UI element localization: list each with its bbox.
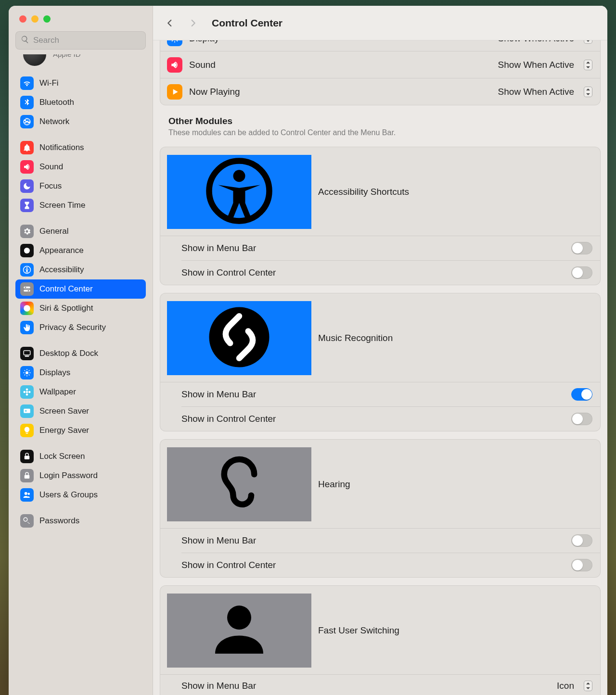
content-scroll[interactable]: DisplayShow When ActiveSoundShow When Ac… xyxy=(153,40,607,695)
speaker-icon xyxy=(167,57,182,73)
module-label: Now Playing xyxy=(189,87,240,97)
globe-icon xyxy=(20,115,34,128)
sidebar-item-label: Displays xyxy=(39,368,70,378)
toggle-music-menubar[interactable] xyxy=(571,388,592,401)
sidebar-item-displays[interactable]: Displays xyxy=(15,363,146,382)
sidebar-item-label: Lock Screen xyxy=(39,452,85,461)
sidebar-account[interactable]: Apple ID xyxy=(9,56,153,71)
row-music-cc: Show in Control Center xyxy=(181,406,600,431)
sidebar-item-label: Notifications xyxy=(39,143,84,152)
sidebar-item-desktop[interactable]: Desktop & Dock xyxy=(15,344,146,363)
hand-icon xyxy=(20,321,34,334)
search-input[interactable] xyxy=(33,36,141,45)
dropdown-value: Icon xyxy=(557,681,574,691)
ear-icon xyxy=(167,447,311,521)
sidebar-item-lockscreen[interactable]: Lock Screen xyxy=(15,447,146,466)
switches-icon xyxy=(20,282,34,296)
avatar xyxy=(23,54,46,66)
sidebar-item-label: General xyxy=(39,227,68,236)
module-title: Music Recognition xyxy=(318,333,393,343)
sidebar-item-label: Wi-Fi xyxy=(39,78,59,88)
sidebar-item-appearance[interactable]: Appearance xyxy=(15,241,146,260)
moon-icon xyxy=(20,179,34,193)
lock-icon xyxy=(20,450,34,463)
nav-forward-button[interactable] xyxy=(186,16,200,30)
row-a11y-menubar: Show in Menu Bar xyxy=(181,236,600,260)
person-icon xyxy=(167,594,311,668)
sidebar-item-label: Login Password xyxy=(39,471,98,480)
sidebar-item-energy[interactable]: Energy Saver xyxy=(15,421,146,440)
module-title: Accessibility Shortcuts xyxy=(318,187,409,197)
sidebar-item-screentime[interactable]: Screen Time xyxy=(15,196,146,215)
sun-icon xyxy=(20,366,34,379)
module-card-a11y: Accessibility Shortcuts Show in Menu Bar… xyxy=(160,147,601,285)
row-music-menubar: Show in Menu Bar xyxy=(181,382,600,406)
sidebar-item-network[interactable]: Network xyxy=(15,112,146,131)
key-icon xyxy=(20,514,34,528)
sidebar-item-label: Sound xyxy=(39,162,63,172)
sidebar-item-sound[interactable]: Sound xyxy=(15,157,146,177)
toggle-hearing-cc[interactable] xyxy=(571,559,592,571)
minimize-window-button[interactable] xyxy=(31,15,38,23)
module-label: Display xyxy=(189,40,219,44)
sidebar-item-privacy[interactable]: Privacy & Security xyxy=(15,318,146,337)
sidebar-item-users[interactable]: Users & Groups xyxy=(15,485,146,505)
sidebar: Apple ID Wi-FiBluetoothNetworkNotificati… xyxy=(9,6,153,695)
zoom-window-button[interactable] xyxy=(43,15,51,23)
account-sub: Apple ID xyxy=(53,54,81,58)
dropdown-stepper[interactable] xyxy=(584,681,592,691)
sidebar-item-label: Focus xyxy=(39,181,62,191)
sidebar-item-general[interactable]: General xyxy=(15,222,146,241)
flower-icon xyxy=(20,385,34,399)
sidebar-item-label: Wallpaper xyxy=(39,387,76,397)
sidebar-item-passwords[interactable]: Passwords xyxy=(15,511,146,531)
hourglass-icon xyxy=(20,199,34,212)
sidebar-item-accessibility[interactable]: Accessibility xyxy=(15,260,146,279)
toggle-hearing-menubar[interactable] xyxy=(571,534,592,547)
module-row-sound: SoundShow When Active xyxy=(160,51,600,78)
dropdown-stepper[interactable] xyxy=(584,40,592,44)
header: Control Center xyxy=(153,6,607,40)
sidebar-item-notifications[interactable]: Notifications xyxy=(15,138,146,157)
content: Control Center DisplayShow When ActiveSo… xyxy=(153,6,607,695)
sidebar-item-bluetooth[interactable]: Bluetooth xyxy=(15,93,146,112)
sidebar-item-label: Screen Time xyxy=(39,201,85,210)
shazam-icon xyxy=(167,301,311,375)
sidebar-item-wallpaper[interactable]: Wallpaper xyxy=(15,382,146,402)
dropdown-stepper[interactable] xyxy=(584,60,592,70)
row-label: Show in Menu Bar xyxy=(181,243,256,253)
module-card-hearing: Hearing Show in Menu Bar Show in Control… xyxy=(160,439,601,578)
sidebar-item-siri[interactable]: Siri & Spotlight xyxy=(15,299,146,318)
sidebar-scroll[interactable]: Apple ID Wi-FiBluetoothNetworkNotificati… xyxy=(9,54,153,695)
sidebar-item-focus[interactable]: Focus xyxy=(15,177,146,196)
screensaver-icon xyxy=(20,404,34,418)
sidebar-item-wifi[interactable]: Wi-Fi xyxy=(15,74,146,93)
lock-icon xyxy=(20,469,34,482)
close-window-button[interactable] xyxy=(19,15,26,23)
module-row-nowplaying: Now PlayingShow When Active xyxy=(160,78,600,105)
accessibility-icon xyxy=(20,263,34,277)
toggle-a11y-cc[interactable] xyxy=(571,266,592,279)
toggle-music-cc[interactable] xyxy=(571,413,592,425)
sidebar-item-label: Users & Groups xyxy=(39,490,98,500)
sidebar-item-label: Screen Saver xyxy=(39,406,89,416)
sidebar-item-label: Bluetooth xyxy=(39,98,74,107)
search-field[interactable] xyxy=(15,31,146,50)
toggle-a11y-menubar[interactable] xyxy=(571,242,592,254)
gear-icon xyxy=(20,225,34,238)
bulb-icon xyxy=(20,424,34,437)
sidebar-item-screensaver[interactable]: Screen Saver xyxy=(15,402,146,421)
accessibility-icon xyxy=(167,155,311,229)
sidebar-item-label: Appearance xyxy=(39,246,84,255)
section-description: These modules can be added to Control Ce… xyxy=(168,128,592,137)
window-traffic-lights xyxy=(9,6,153,31)
nav-back-button[interactable] xyxy=(163,16,177,30)
sidebar-item-loginpw[interactable]: Login Password xyxy=(15,466,146,485)
sidebar-item-label: Privacy & Security xyxy=(39,323,106,332)
sidebar-item-controlcenter[interactable]: Control Center xyxy=(15,279,146,299)
row-hearing-menubar: Show in Menu Bar xyxy=(181,529,600,553)
wifi-icon xyxy=(20,76,34,90)
dropdown-stepper[interactable] xyxy=(584,87,592,97)
appearance-icon xyxy=(20,244,34,257)
bluetooth-icon xyxy=(20,96,34,109)
